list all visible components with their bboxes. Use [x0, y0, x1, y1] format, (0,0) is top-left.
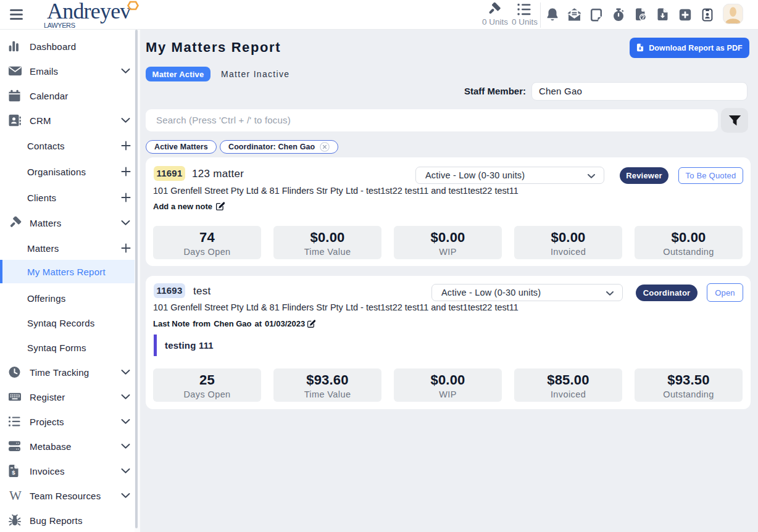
svg-text:$: $ — [12, 469, 15, 476]
